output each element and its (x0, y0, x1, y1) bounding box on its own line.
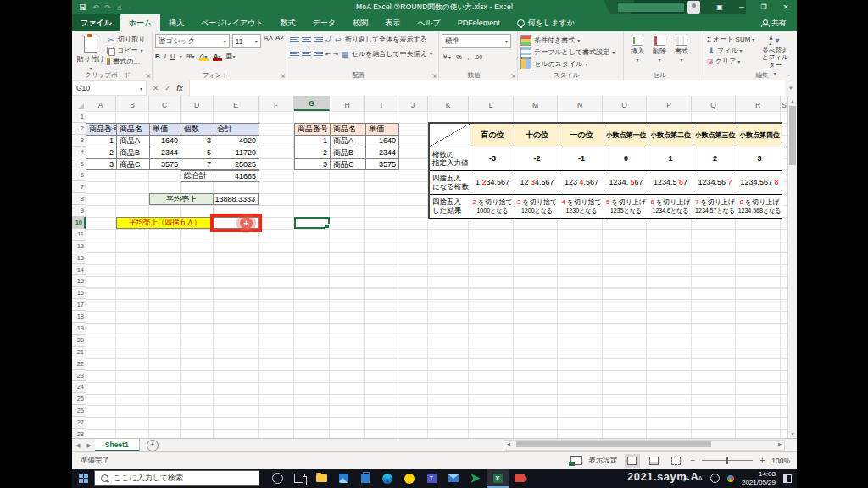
save-icon[interactable]: 🖫 (79, 3, 86, 12)
round-table-digit-cell[interactable]: -1 (559, 147, 604, 171)
round-table-result-cell[interactable]: 8 を切り上げ1234.568となる (737, 195, 782, 219)
fill-button[interactable]: ⬇フィル▾ (707, 45, 754, 56)
column-header-P[interactable]: P (647, 96, 692, 111)
row-header-4[interactable]: 4 (72, 147, 86, 158)
round-table-result-cell[interactable]: 6 を切り上げ1234.6となる (648, 195, 693, 219)
products2-cell[interactable]: 商品A (331, 136, 366, 147)
vertical-scroll-thumb[interactable] (789, 106, 796, 165)
round-table-result-cell[interactable]: 3 を切り捨て1200となる (515, 195, 559, 219)
clear-button[interactable]: ◪クリア▾ (707, 56, 754, 67)
formula-input[interactable] (190, 80, 785, 96)
products-cell[interactable]: 3 (86, 159, 117, 171)
sort-filter-button[interactable]: AZ▼ 並べ替えとフィルター ▾ (760, 34, 790, 76)
round-table-digit-cell[interactable]: -3 (470, 147, 515, 171)
round-table-header-cell[interactable]: 小数点第三位 (693, 124, 737, 147)
tab-help[interactable]: ヘルプ (409, 14, 449, 31)
sheet-nav-right-icon[interactable]: ▶ (83, 442, 94, 449)
mail-button[interactable] (442, 469, 465, 488)
products-cell[interactable]: 25025 (214, 159, 259, 171)
ribbon-display-options-button[interactable]: ▣ (709, 0, 731, 14)
close-button[interactable]: ✕ (775, 0, 797, 14)
row-header-22[interactable]: 22 (72, 358, 86, 370)
products-header-cell[interactable]: 商品番号 (86, 124, 117, 136)
insert-function-icon[interactable]: fx (176, 84, 183, 92)
column-header-L[interactable]: L (469, 96, 514, 111)
zoom-in-button[interactable]: + (760, 456, 765, 465)
row-header-3[interactable]: 3 (72, 135, 86, 147)
wrap-text-button[interactable]: 折り返して全体を表示する (345, 35, 427, 44)
start-button[interactable] (72, 469, 94, 488)
format-cells-button[interactable]: 書式▾ (670, 34, 693, 63)
column-header-J[interactable]: J (398, 96, 428, 111)
row-header-21[interactable]: 21 (72, 347, 86, 358)
page-layout-view-button[interactable] (647, 454, 662, 468)
column-header-M[interactable]: M (514, 96, 558, 111)
products2-cell[interactable]: 1640 (366, 136, 399, 147)
row-header-12[interactable]: 12 (72, 241, 86, 252)
products-cell[interactable]: 2 (86, 147, 117, 159)
sheet-grid[interactable]: 商品番号商品名単価個数合計1商品A1640349202商品B2344511720… (86, 111, 788, 438)
phonetic-button[interactable]: 亜▾ (226, 52, 236, 61)
ime-indicator[interactable]: A (698, 474, 703, 482)
row-header-11[interactable]: 11 (72, 229, 86, 241)
dev-app-button[interactable] (465, 469, 487, 488)
products-cell[interactable]: 商品C (117, 159, 150, 171)
bold-button[interactable]: B (155, 53, 160, 60)
horizontal-scroll-thumb[interactable] (516, 441, 711, 447)
zoom-slider[interactable] (702, 460, 753, 461)
row-header-18[interactable]: 18 (72, 311, 86, 323)
merge-center-button[interactable]: セルを結合して中央揃え (352, 49, 427, 58)
row-header-9[interactable]: 9 (72, 205, 86, 217)
products-header-cell[interactable]: 単価 (150, 124, 181, 136)
fill-color-button[interactable]: ◇▾ (199, 53, 209, 60)
excel-taskbar-button[interactable]: X (487, 469, 509, 488)
column-header-C[interactable]: C (149, 96, 181, 111)
round-table-row-label[interactable]: 四捨五入した結果 (430, 195, 470, 219)
row-header-24[interactable]: 24 (72, 381, 86, 393)
average-sales-label-cell[interactable]: 平均売上 (149, 193, 214, 205)
round-table-value-cell[interactable]: 123 4.567 (559, 171, 604, 195)
round-table-result-cell[interactable]: 7 を切り上げ1234.57となる (693, 195, 737, 219)
products-header-cell[interactable]: 合計 (214, 124, 259, 136)
font-name-combo[interactable]: 游ゴシック▾ (155, 34, 230, 48)
italic-button[interactable]: I (164, 53, 166, 60)
row-header-8[interactable]: 8 (72, 193, 86, 205)
cut-button[interactable]: ✂切り取り (107, 34, 146, 45)
tab-formulas[interactable]: 数式 (272, 14, 304, 31)
row-header-5[interactable]: 5 (72, 158, 86, 170)
average-sales-value-cell[interactable]: 13888.3333 (214, 193, 259, 205)
products2-cell[interactable]: 商品B (331, 147, 366, 159)
comma-style-button[interactable]: , (467, 53, 469, 61)
page-break-view-button[interactable] (669, 454, 684, 468)
row-header-20[interactable]: 20 (72, 335, 86, 347)
row-header-16[interactable]: 16 (72, 287, 86, 299)
font-size-combo[interactable]: 11▾ (232, 34, 261, 48)
grand-total-label-cell[interactable]: 総合計 (181, 171, 214, 183)
redo-icon[interactable]: ↷ (105, 3, 112, 12)
products-cell[interactable]: 2344 (150, 147, 181, 159)
notification-center-icon[interactable] (783, 474, 792, 483)
grand-total-value-cell[interactable]: 41665 (214, 171, 259, 183)
sheet-nav-left-icon[interactable]: ◀ (72, 442, 83, 449)
row-header-27[interactable]: 27 (72, 417, 86, 429)
round-table-header-cell[interactable]: 十の位 (515, 124, 559, 147)
products2-cell[interactable]: 1 (295, 136, 331, 147)
orientation-icon[interactable]: ⤾ (326, 36, 331, 44)
round-table-digit-cell[interactable]: 0 (604, 147, 648, 171)
round-table-row-label[interactable]: 桁数の指定入力値 (430, 147, 470, 171)
products-header-cell[interactable]: 個数 (181, 124, 214, 136)
middle-align-icon[interactable] (302, 37, 311, 42)
column-header-B[interactable]: B (116, 96, 149, 111)
products2-cell[interactable]: 2344 (366, 147, 399, 159)
products-cell[interactable]: 1640 (150, 136, 181, 147)
column-header-E[interactable]: E (214, 96, 259, 111)
zoom-slider-thumb[interactable] (726, 457, 728, 464)
cancel-formula-icon[interactable]: ✕ (153, 84, 159, 92)
align-center-icon[interactable] (302, 52, 311, 56)
name-box[interactable]: G10▾ (72, 80, 147, 96)
conditional-formatting-button[interactable]: 条件付き書式▾ (520, 34, 620, 46)
tab-page-layout[interactable]: ページレイアウト (192, 14, 271, 31)
products2-header-cell[interactable]: 商品名 (331, 124, 366, 136)
round-table-digit-cell[interactable]: 2 (693, 147, 737, 171)
round-table-diagonal-cell[interactable] (430, 124, 470, 147)
